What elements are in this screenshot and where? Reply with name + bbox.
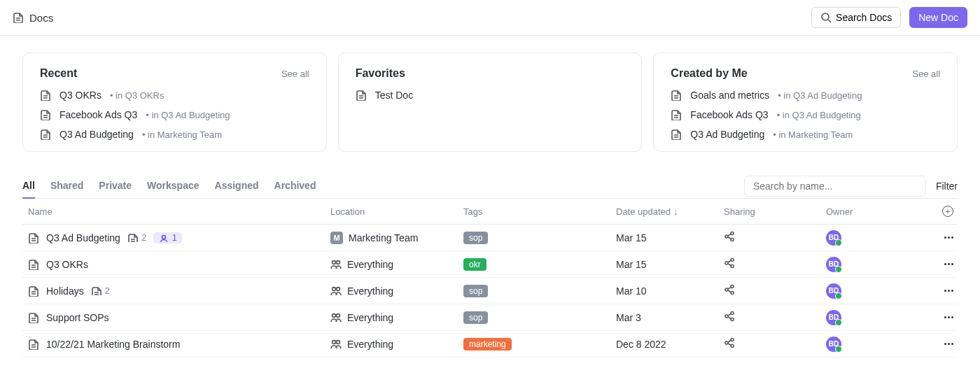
row-date: Mar 3	[616, 312, 724, 323]
filter-button[interactable]: Filter	[936, 181, 958, 192]
new-doc-button[interactable]: New Doc	[909, 7, 967, 28]
row-location[interactable]: Everything	[330, 339, 463, 350]
search-icon	[820, 12, 832, 23]
row-owner[interactable]: BD	[826, 337, 924, 352]
row-more-button[interactable]	[944, 263, 953, 265]
tab-assigned[interactable]: Assigned	[215, 174, 259, 198]
search-docs-label: Search Docs	[836, 12, 892, 23]
doc-name: Q3 Ad Budgeting	[690, 129, 764, 140]
table-row[interactable]: Q3 OKRsEverythingokrMar 15BD	[22, 251, 958, 278]
doc-item[interactable]: Goals and metrics• in Q3 Ad Budgeting	[671, 90, 940, 101]
row-more-button[interactable]	[944, 316, 953, 318]
row-location[interactable]: Everything	[330, 259, 463, 270]
page-title: Docs	[29, 12, 53, 24]
created-card: Created by Me See all Goals and metrics•…	[653, 52, 958, 152]
row-name: Support SOPs	[46, 312, 109, 323]
avatar: BD	[826, 310, 841, 325]
doc-icon	[671, 109, 682, 120]
doc-name: Q3 OKRs	[59, 90, 102, 101]
people-icon	[330, 339, 342, 350]
tag-chip[interactable]: sop	[463, 232, 488, 244]
tab-private[interactable]: Private	[99, 174, 132, 198]
doc-item[interactable]: Q3 Ad Budgeting• in Marketing Team	[671, 129, 940, 140]
tabs: AllSharedPrivateWorkspaceAssignedArchive…	[22, 174, 316, 198]
tab-workspace[interactable]: Workspace	[147, 174, 199, 198]
row-sharing[interactable]	[724, 311, 826, 324]
row-location[interactable]: Everything	[330, 312, 463, 323]
sort-desc-icon: ↓	[673, 206, 678, 217]
col-sharing[interactable]: Sharing	[724, 206, 826, 217]
doc-icon	[40, 109, 51, 120]
col-date-updated[interactable]: Date updated↓	[616, 206, 724, 217]
row-sharing[interactable]	[724, 231, 826, 244]
row-owner[interactable]: BD	[826, 310, 924, 325]
row-location[interactable]: Everything	[330, 285, 463, 297]
row-more-button[interactable]	[944, 343, 953, 345]
table-row[interactable]: Support SOPsEverythingsopMar 3BD	[22, 304, 958, 331]
share-icon	[724, 337, 735, 348]
doc-item[interactable]: Q3 Ad Budgeting• in Marketing Team	[40, 129, 309, 140]
row-sharing[interactable]	[724, 257, 826, 271]
row-date: Mar 15	[616, 232, 724, 243]
doc-icon	[91, 286, 102, 295]
row-date: Dec 8 2022	[616, 339, 724, 350]
doc-name: Q3 Ad Budgeting	[59, 129, 134, 140]
table-row[interactable]: Q3 Ad Budgeting21MMarketing TeamsopMar 1…	[22, 225, 958, 251]
recent-see-all[interactable]: See all	[281, 69, 309, 79]
col-owner[interactable]: Owner	[826, 206, 924, 217]
tag-chip[interactable]: okr	[463, 258, 486, 271]
doc-icon	[356, 90, 367, 101]
page-count: 2	[127, 232, 146, 243]
recent-title: Recent	[40, 67, 77, 80]
new-doc-label: New Doc	[918, 12, 958, 23]
created-see-all[interactable]: See all	[912, 69, 940, 79]
tab-archived[interactable]: Archived	[274, 174, 316, 198]
tab-shared[interactable]: Shared	[50, 174, 83, 198]
table-row[interactable]: 10/22/21 Marketing BrainstormEverythingm…	[22, 331, 958, 358]
search-input[interactable]	[744, 176, 926, 197]
row-name: Q3 Ad Budgeting	[46, 232, 120, 243]
table-head: Name Location Tags Date updated↓ Sharing…	[22, 199, 958, 225]
row-owner[interactable]: BD	[826, 283, 924, 299]
doc-item[interactable]: Q3 OKRs• in Q3 OKRs	[40, 90, 309, 101]
tag-chip[interactable]: sop	[463, 285, 488, 297]
doc-icon	[40, 129, 51, 140]
row-more-button[interactable]	[944, 290, 953, 292]
row-location[interactable]: MMarketing Team	[330, 232, 463, 244]
doc-icon	[13, 12, 24, 23]
favorites-title: Favorites	[356, 67, 405, 80]
contributor-badge: 1	[153, 232, 182, 243]
col-tags[interactable]: Tags	[463, 206, 616, 217]
tag-chip[interactable]: marketing	[463, 338, 512, 351]
people-icon	[330, 312, 342, 323]
doc-item[interactable]: Facebook Ads Q3• in Q3 Ad Budgeting	[40, 109, 309, 120]
search-docs-button[interactable]: Search Docs	[811, 7, 901, 28]
row-owner[interactable]: BD	[826, 230, 924, 246]
row-name: Q3 OKRs	[46, 259, 88, 270]
tag-chip[interactable]: sop	[463, 311, 488, 324]
avatar: BD	[826, 283, 841, 299]
row-sharing[interactable]	[724, 284, 826, 297]
tab-all[interactable]: All	[22, 174, 35, 198]
table-row[interactable]: Holidays2EverythingsopMar 10BD	[22, 278, 958, 304]
row-more-button[interactable]	[944, 236, 953, 239]
col-location[interactable]: Location	[330, 206, 463, 217]
tabs-row: AllSharedPrivateWorkspaceAssignedArchive…	[22, 174, 958, 199]
favorites-card: Favorites Test Doc	[338, 52, 643, 152]
add-column-button[interactable]: +	[942, 206, 953, 217]
doc-item[interactable]: Facebook Ads Q3• in Q3 Ad Budgeting	[671, 109, 940, 120]
avatar: BD	[826, 230, 841, 246]
row-owner[interactable]: BD	[826, 257, 924, 272]
col-name[interactable]: Name	[22, 206, 330, 217]
space-icon: M	[330, 232, 343, 244]
doc-icon	[40, 90, 51, 101]
created-title: Created by Me	[671, 67, 747, 80]
doc-icon	[28, 312, 39, 323]
people-icon	[330, 259, 342, 270]
page-count: 2	[91, 285, 110, 296]
share-icon	[724, 231, 735, 242]
avatar: BD	[826, 257, 841, 272]
doc-sub: • in Q3 Ad Budgeting	[146, 110, 230, 120]
row-sharing[interactable]	[724, 337, 826, 351]
doc-item[interactable]: Test Doc	[356, 90, 625, 101]
